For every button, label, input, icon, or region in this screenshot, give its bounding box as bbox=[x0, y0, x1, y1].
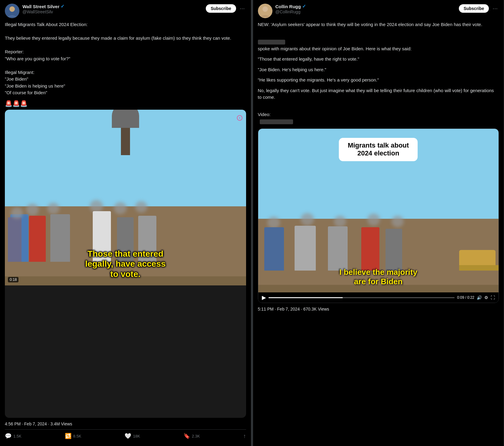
left-emojis: 🚨🚨🚨 bbox=[5, 100, 246, 107]
right-post-body-1: NEW: 'Asylum seekers' appear to think th… bbox=[258, 21, 499, 28]
right-avatar bbox=[258, 4, 272, 18]
right-post: Collin Rugg ✓ @CollinRugg Subscribe ··· … bbox=[253, 0, 504, 446]
left-like-count: 18K bbox=[133, 434, 140, 438]
face-blur-1 bbox=[11, 207, 23, 219]
left-avatar bbox=[5, 4, 19, 18]
right-face-blur-5 bbox=[392, 216, 404, 227]
left-comment-count: 1.5K bbox=[13, 434, 22, 438]
left-subscribe-button[interactable]: Subscribe bbox=[206, 4, 236, 13]
left-video-frame: ⊙ Those that en bbox=[5, 110, 246, 285]
left-retweet-count: 8.5K bbox=[73, 434, 82, 438]
progress-bar[interactable] bbox=[269, 297, 455, 298]
right-person-4 bbox=[361, 227, 379, 271]
right-subtitle-text: I believe the majority are for Biden bbox=[264, 268, 493, 286]
left-subtitle-overlay: Those that entered legally, have access … bbox=[5, 249, 246, 279]
right-person-1 bbox=[264, 227, 284, 271]
right-quote-1: "Those that entered legally, have the ri… bbox=[258, 56, 499, 63]
left-more-button[interactable]: ··· bbox=[239, 4, 246, 13]
right-face-blur-3 bbox=[334, 216, 346, 227]
right-quote-2: "Joe Biden. He's helping us here." bbox=[258, 66, 499, 73]
comment-icon: 💬 bbox=[5, 433, 12, 439]
left-header-actions: Subscribe ··· bbox=[206, 4, 246, 13]
instagram-icon: ⊙ bbox=[236, 113, 243, 123]
left-action-bar: 💬 1.5K 🔁 8.5K 🤍 18K 🔖 2.3K ↑ bbox=[5, 429, 246, 442]
left-post-header: Wall Street Silver ✓ @WallStreetSilv Sub… bbox=[5, 4, 246, 18]
left-video-timestamp: 0:18 bbox=[8, 277, 18, 282]
face-blur-4 bbox=[90, 200, 103, 213]
settings-icon[interactable]: ⚙ bbox=[484, 295, 488, 300]
retweet-icon: 🔁 bbox=[65, 433, 72, 439]
right-closing-text: No, legally they can't vote. But just im… bbox=[258, 87, 499, 101]
left-comment-action[interactable]: 💬 1.5K bbox=[5, 433, 22, 439]
left-retweet-action[interactable]: 🔁 8.5K bbox=[65, 433, 82, 439]
right-video-frame: Migrants talk about 2024 election bbox=[258, 129, 499, 292]
right-post-header: Collin Rugg ✓ @CollinRugg Subscribe ··· bbox=[258, 4, 499, 18]
right-video-label-row: Video: bbox=[258, 105, 499, 125]
svg-point-3 bbox=[262, 6, 268, 12]
left-display-name: Wall Street Silver ✓ bbox=[22, 4, 206, 9]
left-username: @WallStreetSilv bbox=[22, 9, 206, 14]
right-display-name: Collin Rugg ✓ bbox=[275, 4, 459, 9]
play-button[interactable]: ▶ bbox=[262, 294, 266, 301]
left-video-container[interactable]: ⊙ Those that en bbox=[5, 110, 246, 418]
svg-point-1 bbox=[9, 6, 15, 12]
right-speech-bubble: Migrants talk about 2024 election bbox=[339, 138, 418, 161]
progress-bar-fill bbox=[269, 297, 343, 298]
left-like-action[interactable]: 🤍 18K bbox=[125, 433, 140, 439]
left-subtitle-text: Those that entered legally, have access … bbox=[11, 249, 240, 279]
right-subscribe-button[interactable]: Subscribe bbox=[459, 4, 489, 13]
right-video-controls: ▶ 0:09 / 0:22 🔊 ⚙ ⛶ bbox=[258, 292, 499, 303]
right-face-blur-2 bbox=[301, 213, 314, 226]
right-more-button[interactable]: ··· bbox=[491, 4, 499, 13]
tree-element bbox=[121, 119, 130, 155]
redacted-video-link bbox=[260, 119, 293, 124]
right-person-2 bbox=[295, 226, 316, 271]
right-face-blur-1 bbox=[267, 217, 280, 229]
right-person-5 bbox=[386, 229, 402, 271]
share-icon: ↑ bbox=[243, 433, 246, 439]
right-post-meta: 5:11 PM · Feb 7, 2024 · 670.3K Views bbox=[258, 307, 499, 311]
right-user-info: Collin Rugg ✓ @CollinRugg bbox=[275, 4, 459, 14]
right-face-blur-4 bbox=[367, 214, 380, 226]
right-person-3 bbox=[328, 226, 348, 271]
face-blur-6 bbox=[135, 201, 147, 213]
bookmark-icon: 🔖 bbox=[183, 433, 190, 439]
left-user-info: Wall Street Silver ✓ @WallStreetSilv bbox=[22, 4, 206, 14]
face-blur-5 bbox=[114, 202, 127, 214]
face-blur-3 bbox=[47, 203, 59, 214]
left-post: Wall Street Silver ✓ @WallStreetSilv Sub… bbox=[0, 0, 251, 446]
volume-icon[interactable]: 🔊 bbox=[477, 295, 482, 300]
left-bookmark-action[interactable]: 🔖 2.3K bbox=[183, 433, 200, 439]
right-post-body-2: spoke with migrants about their opinion … bbox=[258, 32, 499, 52]
left-bookmark-count: 2.3K bbox=[192, 434, 200, 438]
fullscreen-icon[interactable]: ⛶ bbox=[491, 295, 495, 300]
right-quote-3: "He likes supporting the migrants. He's … bbox=[258, 77, 499, 84]
like-icon: 🤍 bbox=[125, 433, 131, 439]
right-username: @CollinRugg bbox=[275, 9, 459, 14]
time-display: 0:09 / 0:22 bbox=[457, 295, 474, 300]
face-blur-2 bbox=[26, 204, 39, 216]
right-video-wrapper[interactable]: Migrants talk about 2024 election bbox=[258, 128, 499, 303]
right-subtitle-overlay: I believe the majority are for Biden bbox=[258, 268, 499, 286]
left-post-meta: 4:56 PM · Feb 7, 2024 · 3.4M Views bbox=[5, 421, 246, 426]
left-share-action[interactable]: ↑ bbox=[243, 433, 246, 439]
redacted-source bbox=[258, 40, 285, 45]
right-verified-icon: ✓ bbox=[302, 4, 306, 9]
left-verified-icon: ✓ bbox=[61, 4, 65, 9]
left-post-body: Illegal Migrants Talk About 2024 Electio… bbox=[5, 21, 246, 96]
right-header-actions: Subscribe ··· bbox=[459, 4, 499, 13]
